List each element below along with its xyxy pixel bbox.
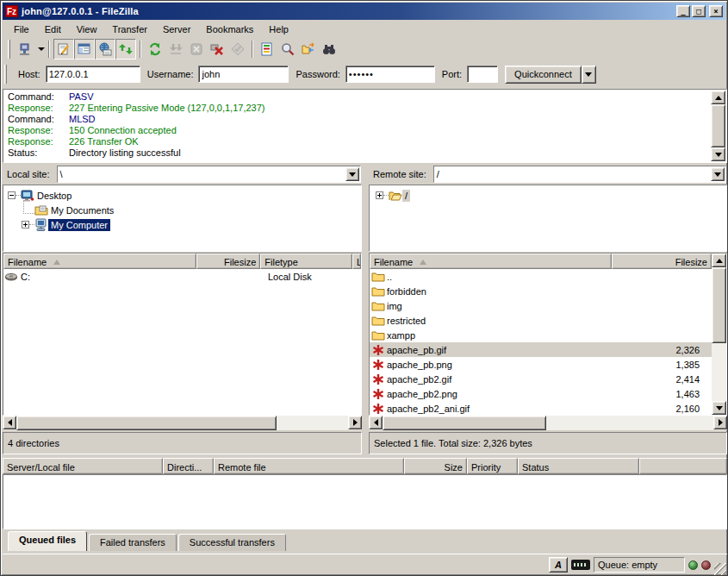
resize-grip[interactable] bbox=[714, 563, 726, 575]
site-manager-button[interactable] bbox=[15, 39, 35, 59]
expand-icon[interactable] bbox=[22, 221, 29, 229]
expand-icon[interactable] bbox=[376, 191, 383, 199]
filter-button[interactable] bbox=[257, 39, 277, 59]
file-row[interactable]: forbidden bbox=[370, 284, 712, 298]
local-hscrollbar[interactable] bbox=[3, 416, 362, 430]
password-input[interactable] bbox=[345, 66, 435, 83]
toggle-queue-button[interactable] bbox=[115, 39, 136, 59]
tab-successful-transfers[interactable]: Successful transfers bbox=[178, 534, 286, 551]
scroll-thumb[interactable] bbox=[711, 104, 725, 147]
reconnect-button[interactable] bbox=[227, 39, 248, 59]
file-row-selected[interactable]: apache_pb.gif 2,326 bbox=[370, 342, 712, 357]
minimize-button[interactable]: _ bbox=[676, 5, 690, 17]
column-filename[interactable]: Filename bbox=[370, 254, 612, 269]
remote-site-combo[interactable]: / bbox=[433, 166, 726, 183]
scroll-down-button[interactable] bbox=[711, 147, 725, 161]
tree-label[interactable]: My Documents bbox=[48, 204, 116, 216]
remote-list-scrollbar[interactable] bbox=[712, 254, 726, 415]
menu-help[interactable]: Help bbox=[261, 22, 296, 36]
scroll-left-button[interactable] bbox=[369, 416, 383, 429]
file-row[interactable]: apache_pb.png 1,385 bbox=[370, 357, 712, 372]
column-remote-file[interactable]: Remote file bbox=[214, 458, 404, 474]
file-row[interactable]: img bbox=[370, 298, 712, 313]
tree-label[interactable]: Desktop bbox=[34, 190, 74, 202]
toolbar-grip[interactable] bbox=[8, 40, 10, 59]
file-row-c-drive[interactable]: C: Local Disk bbox=[3, 269, 361, 284]
disconnect-button[interactable] bbox=[207, 39, 227, 59]
queue-list[interactable] bbox=[3, 474, 727, 529]
scroll-right-button[interactable] bbox=[713, 416, 727, 429]
menu-server[interactable]: Server bbox=[155, 22, 198, 36]
tab-queued-files[interactable]: Queued files bbox=[8, 531, 87, 551]
tree-item-my-computer[interactable]: My Computer bbox=[3, 217, 361, 232]
column-direction[interactable]: Directi... bbox=[163, 458, 214, 474]
compare-icon bbox=[302, 42, 315, 56]
remote-hscrollbar[interactable] bbox=[369, 416, 727, 430]
chevron-down-icon bbox=[585, 72, 592, 77]
column-status[interactable]: Status bbox=[518, 458, 639, 474]
column-filesize[interactable]: Filesize bbox=[196, 254, 260, 269]
scroll-thumb[interactable] bbox=[712, 267, 726, 343]
refresh-button[interactable] bbox=[145, 39, 165, 59]
column-filetype[interactable]: Filetype bbox=[260, 254, 352, 269]
scroll-up-button[interactable] bbox=[711, 91, 725, 104]
tree-label-selected[interactable]: My Computer bbox=[48, 219, 110, 231]
quickbar-grip[interactable] bbox=[4, 65, 7, 84]
column-filesize[interactable]: Filesize bbox=[612, 254, 712, 269]
file-row[interactable]: apache_pb2.png 1,463 bbox=[370, 386, 712, 401]
column-size[interactable]: Size bbox=[404, 458, 467, 474]
file-row[interactable]: restricted bbox=[370, 313, 712, 328]
host-input[interactable] bbox=[46, 66, 140, 83]
titlebar[interactable]: Fz john@127.0.0.1 - FileZilla _ □ × bbox=[3, 3, 725, 20]
tree-item-desktop[interactable]: Desktop bbox=[3, 188, 361, 203]
cancel-transfer-button[interactable] bbox=[186, 39, 207, 59]
username-input[interactable] bbox=[198, 66, 289, 83]
local-file-list: Filename Filesize Filetype L C: Local Di… bbox=[3, 253, 362, 416]
menu-view[interactable]: View bbox=[69, 22, 105, 36]
toggle-remote-tree-button[interactable] bbox=[95, 39, 115, 59]
scroll-up-button[interactable] bbox=[712, 254, 726, 267]
combo-dropdown-button[interactable] bbox=[345, 167, 359, 181]
file-row[interactable]: apache_pb2_ani.gif 2,160 bbox=[370, 401, 712, 416]
scroll-thumb[interactable] bbox=[16, 416, 277, 430]
column-filename[interactable]: Filename bbox=[3, 254, 196, 269]
scroll-thumb[interactable] bbox=[383, 416, 546, 430]
synchronized-browsing-button[interactable] bbox=[319, 39, 339, 59]
menu-edit[interactable]: Edit bbox=[37, 22, 69, 36]
local-site-combo[interactable]: \ bbox=[57, 166, 361, 183]
directory-comparison-button[interactable] bbox=[298, 39, 319, 59]
column-priority[interactable]: Priority bbox=[467, 458, 518, 474]
port-input[interactable] bbox=[467, 66, 498, 83]
tree-item-my-documents[interactable]: My Documents bbox=[3, 203, 361, 217]
site-manager-dropdown[interactable] bbox=[38, 47, 45, 51]
combo-dropdown-button[interactable] bbox=[711, 167, 725, 181]
quickconnect-dropdown[interactable] bbox=[582, 66, 596, 84]
close-button[interactable]: × bbox=[709, 5, 723, 17]
column-last-modified[interactable]: L bbox=[352, 254, 361, 269]
toggle-local-tree-button[interactable] bbox=[74, 39, 95, 59]
tree-label[interactable]: / bbox=[402, 190, 410, 202]
collapse-icon[interactable] bbox=[8, 191, 16, 199]
column-server-local-file[interactable]: Server/Local file bbox=[3, 458, 163, 474]
scroll-left-button[interactable] bbox=[3, 416, 16, 429]
file-row[interactable]: apache_pb2.gif 2,414 bbox=[370, 372, 712, 386]
tree-item-root[interactable]: / bbox=[370, 188, 726, 203]
scroll-right-button[interactable] bbox=[348, 416, 362, 429]
menu-bookmarks[interactable]: Bookmarks bbox=[198, 22, 261, 36]
maximize-button[interactable]: □ bbox=[692, 5, 706, 17]
process-queue-button[interactable] bbox=[165, 39, 186, 59]
toggle-message-log-button[interactable] bbox=[53, 39, 74, 59]
tab-failed-transfers[interactable]: Failed transfers bbox=[89, 534, 177, 551]
quickconnect-button[interactable]: Quickconnect bbox=[505, 66, 582, 84]
menu-file[interactable]: File bbox=[6, 22, 37, 36]
menu-transfer[interactable]: Transfer bbox=[104, 22, 155, 36]
local-site-label: Local site: bbox=[2, 169, 57, 179]
log-scrollbar[interactable] bbox=[711, 91, 725, 161]
file-row[interactable]: xampp bbox=[370, 328, 712, 342]
speedlimit-indicator-icon[interactable] bbox=[571, 560, 590, 570]
statusbar: A Queue: empty bbox=[3, 554, 727, 575]
datatype-indicator-icon[interactable]: A bbox=[549, 557, 568, 573]
file-row[interactable]: .. bbox=[370, 269, 712, 284]
scroll-down-button[interactable] bbox=[712, 401, 726, 415]
find-files-button[interactable] bbox=[277, 39, 298, 59]
